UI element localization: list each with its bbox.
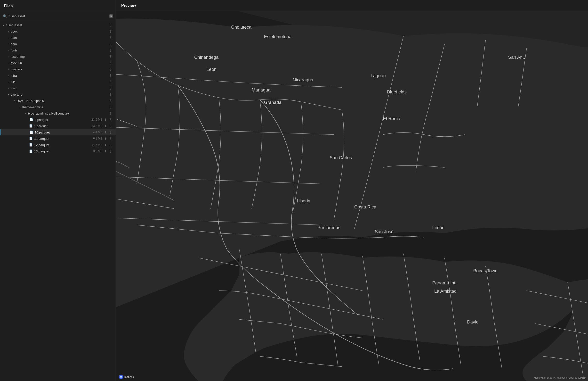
search-bar: 🔍 ✕ — [0, 11, 116, 21]
folder-name-dem: dem — [11, 42, 108, 46]
tree-item-file-10[interactable]: 📄 10.parquet 4.4 MB ⬇ ⋮ — [0, 129, 116, 135]
folder-name-fused-asset: fused-asset — [6, 23, 108, 27]
file-name-1parquet: 1.parquet — [34, 124, 91, 128]
more-menu-icon[interactable]: ⋮ — [108, 124, 113, 128]
tree-item-overture[interactable]: ▾ overture ⋮ — [0, 91, 116, 98]
more-menu-icon[interactable]: ⋮ — [108, 23, 113, 27]
download-icon[interactable]: ⬇ — [104, 124, 107, 128]
city-label-granada: Granada — [264, 100, 282, 105]
more-menu-icon[interactable]: ⋮ — [108, 137, 113, 140]
tree-item-file-13[interactable]: 📄 13.parquet 3.5 MB ⬇ ⋮ — [0, 148, 116, 154]
more-menu-icon[interactable]: ⋮ — [108, 130, 113, 134]
chevron-right-icon: › — [6, 55, 11, 58]
chevron-right-icon: › — [6, 36, 11, 39]
file-size-1parquet: 13.3 MB — [91, 124, 102, 128]
chevron-right-icon: › — [6, 68, 11, 71]
tree-item-data[interactable]: › data ⋮ — [0, 34, 116, 41]
tree-item-admins[interactable]: ▾ theme=admins ⋮ — [0, 104, 116, 110]
city-label-sanar: San Ar... — [508, 55, 525, 60]
file-name-0parquet: 0.parquet — [35, 118, 91, 122]
download-icon[interactable]: ⬇ — [104, 143, 107, 147]
more-menu-icon[interactable]: ⋮ — [108, 143, 113, 147]
tree-item-file-11[interactable]: 📄 11.parquet 6.1 MB ⬇ ⋮ — [0, 135, 116, 142]
more-menu-icon[interactable]: ⋮ — [108, 67, 113, 71]
download-icon[interactable]: ⬇ — [104, 137, 107, 140]
folder-name-adminbound: type=administrativeBoundary — [28, 112, 108, 115]
chevron-right-icon: › — [6, 74, 11, 77]
city-label-costarica: Costa Rica — [354, 204, 377, 209]
mapbox-logo-circle: M — [119, 375, 123, 379]
more-menu-icon[interactable]: ⋮ — [108, 105, 113, 109]
tree-item-file-0[interactable]: 📄 0.parquet 23.6 MB ⬇ ⋮ — [0, 116, 116, 123]
folder-name-gfc2020: gfc2020 — [11, 61, 108, 65]
tree-item-file-1[interactable]: 📄 1.parquet 13.3 MB ⬇ ⋮ — [0, 123, 116, 129]
search-icon: 🔍 — [3, 14, 7, 18]
chevron-down-icon: ▾ — [6, 93, 11, 96]
city-label-estelimotena: Estelí motena — [264, 34, 292, 39]
file-icon: 📄 — [29, 150, 33, 153]
file-name-12parquet: 12.parquet — [34, 143, 91, 147]
tree-item-file-12[interactable]: 📄 12.parquet 14.7 MB ⬇ ⋮ — [0, 142, 116, 148]
file-icon: 📄 — [29, 137, 33, 140]
search-input[interactable] — [9, 14, 107, 18]
tree-item-alpha[interactable]: ▾ 2024-02-15-alpha.0 ⋮ — [0, 98, 116, 104]
tree-item-infra[interactable]: › infra ⋮ — [0, 72, 116, 79]
tree-item-fonts[interactable]: › fonts ⋮ — [0, 47, 116, 53]
tree-item-fused-asset[interactable]: ▾ fused-asset ⋮ — [0, 22, 116, 28]
file-size-12parquet: 14.7 MB — [91, 143, 102, 147]
city-label-bluefields: Bluefields — [387, 89, 407, 94]
chevron-down-icon: ▾ — [1, 24, 6, 26]
more-menu-icon[interactable]: ⋮ — [108, 73, 113, 77]
chevron-right-icon: › — [6, 49, 11, 52]
tree-item-bbox[interactable]: › bbox ⋮ — [0, 28, 116, 34]
more-menu-icon[interactable]: ⋮ — [108, 48, 113, 52]
folder-name-imagery: imagery — [11, 67, 108, 71]
folder-name-misc: misc — [11, 86, 108, 90]
more-menu-icon[interactable]: ⋮ — [108, 99, 113, 103]
download-icon[interactable]: ⬇ — [104, 118, 107, 122]
more-menu-icon[interactable]: ⋮ — [108, 61, 113, 65]
more-menu-icon[interactable]: ⋮ — [108, 55, 113, 59]
more-menu-icon[interactable]: ⋮ — [108, 86, 113, 90]
city-label-limon: Limón — [432, 225, 444, 230]
folder-name-overture: overture — [11, 93, 108, 96]
tree-item-imagery[interactable]: › imagery ⋮ — [0, 66, 116, 72]
city-label-choluteca: Choluteca — [231, 24, 252, 30]
map-container[interactable]: Choluteca Estelí motena Chinandega León … — [116, 11, 588, 381]
city-label-leon: León — [207, 67, 216, 72]
more-menu-icon[interactable]: ⋮ — [108, 42, 113, 46]
chevron-right-icon: › — [6, 81, 11, 83]
folder-name-data: data — [11, 36, 108, 40]
city-label-nicaragua: Nicaragua — [293, 77, 313, 82]
search-clear-button[interactable]: ✕ — [109, 14, 113, 18]
file-icon: 📄 — [30, 118, 33, 121]
file-name-13parquet: 13.parquet — [34, 150, 93, 153]
download-icon[interactable]: ⬇ — [104, 150, 107, 153]
tree-item-misc[interactable]: › misc ⋮ — [0, 85, 116, 91]
more-menu-icon[interactable]: ⋮ — [108, 92, 113, 96]
tree-item-adminbound[interactable]: ▾ type=administrativeBoundary ⋮ — [0, 110, 116, 116]
tree-item-fused-tmp[interactable]: › fused-tmp ⋮ — [0, 53, 116, 60]
more-menu-icon[interactable]: ⋮ — [108, 149, 113, 153]
more-menu-icon[interactable]: ⋮ — [108, 36, 113, 40]
more-menu-icon[interactable]: ⋮ — [108, 29, 113, 33]
more-menu-icon[interactable]: ⋮ — [108, 80, 113, 84]
sidebar: Files 🔍 ✕ ▾ fused-asset ⋮ › bbox ⋮ › dat… — [0, 0, 116, 381]
download-icon[interactable]: ⬇ — [104, 131, 107, 134]
mapbox-logo: M mapbox — [119, 375, 134, 379]
file-size-13parquet: 3.5 MB — [93, 150, 102, 153]
folder-name-alpha: 2024-02-15-alpha.0 — [17, 99, 108, 103]
file-icon: 📄 — [29, 143, 33, 147]
file-icon: 📄 — [30, 131, 33, 134]
file-name-11parquet: 11.parquet — [34, 137, 93, 140]
tree-item-dem[interactable]: › dem ⋮ — [0, 41, 116, 47]
tree-item-gfc2020[interactable]: › gfc2020 ⋮ — [0, 60, 116, 66]
more-menu-icon[interactable]: ⋮ — [108, 112, 113, 115]
city-label-sancarlos: San Carlos — [330, 155, 352, 160]
tree-item-lulc[interactable]: › lulc ⋮ — [0, 79, 116, 85]
city-label-puntarenas: Puntarenas — [317, 225, 340, 230]
more-menu-icon[interactable]: ⋮ — [108, 118, 113, 122]
city-label-laamistad: La Amistad — [434, 289, 457, 294]
preview-panel: Preview — [116, 0, 588, 381]
city-label-managua: Managua — [252, 87, 271, 92]
